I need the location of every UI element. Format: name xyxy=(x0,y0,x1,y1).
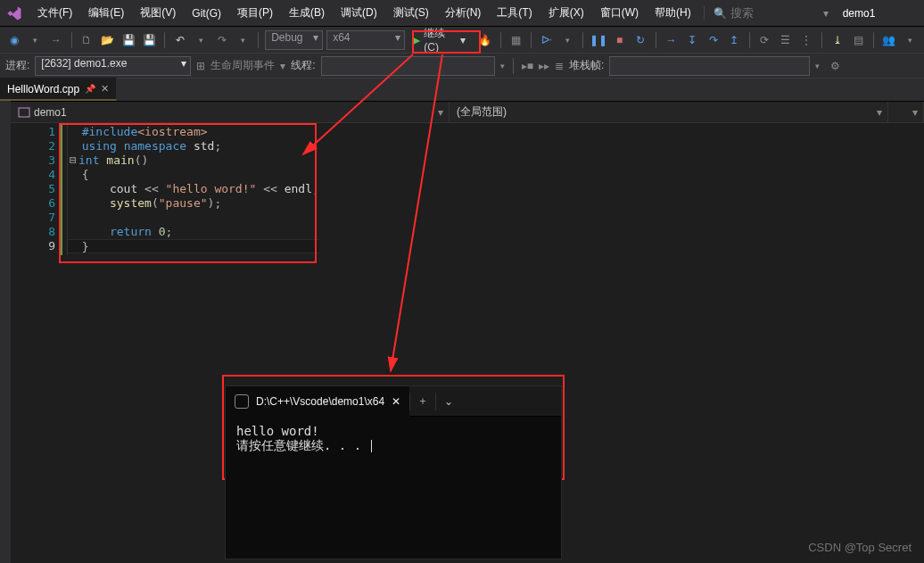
menu-file[interactable]: 文件(F) xyxy=(30,2,79,24)
new-item-button[interactable]: 🗋 xyxy=(78,30,95,50)
search-box[interactable]: 🔍 ▾ xyxy=(704,6,829,20)
fold-icon[interactable]: ⊟ xyxy=(68,153,78,167)
stack-dd[interactable]: ▾ xyxy=(815,62,820,70)
save-all-button[interactable]: 💾 xyxy=(141,30,159,50)
close-icon[interactable]: ✕ xyxy=(392,395,400,408)
stop-button[interactable]: ■ xyxy=(611,30,629,50)
line-number: 8 xyxy=(11,225,55,239)
separator xyxy=(164,32,165,48)
stackframe-select[interactable] xyxy=(609,56,810,76)
nav-back-button[interactable]: ◉ xyxy=(5,30,23,50)
line-number: 5 xyxy=(11,182,55,196)
menu-git[interactable]: Git(G) xyxy=(185,4,228,23)
nav-fwd-button[interactable]: → xyxy=(47,30,65,50)
config-select[interactable]: Debug xyxy=(265,30,323,50)
menu-project[interactable]: 项目(P) xyxy=(230,2,280,24)
attach-button[interactable]: ▦ xyxy=(507,30,525,50)
separator xyxy=(821,32,822,48)
main-toolbar: ◉ ▾ → 🗋 📂 💾 💾 ↶ ▾ ↷ ▾ Debug x64 ▶ 继续(C) … xyxy=(0,27,924,54)
thread-dd[interactable]: ▾ xyxy=(500,62,505,70)
console-title: D:\C++\Vscode\demo1\x64 xyxy=(256,395,384,408)
tools-dd[interactable]: ⚙ xyxy=(830,60,840,72)
hot-reload-button[interactable]: 🔥 xyxy=(476,30,494,50)
stack-icon: ≣ xyxy=(555,60,564,72)
step-in-button[interactable]: ᐓ xyxy=(538,30,556,50)
watermark: CSDN @Top Secret xyxy=(808,541,912,554)
close-icon[interactable]: ✕ xyxy=(101,83,109,95)
process-select[interactable]: [2632] demo1.exe xyxy=(35,56,191,76)
open-button[interactable]: 📂 xyxy=(99,30,117,50)
nav-back-dd[interactable]: ▾ xyxy=(27,30,45,50)
search-input[interactable] xyxy=(730,6,820,20)
menu-analyze[interactable]: 分析(N) xyxy=(438,2,489,24)
code-area[interactable]: #include<iostream> using namespace std; … xyxy=(68,123,319,255)
flags-icon[interactable]: ▸▸ xyxy=(539,60,549,72)
menu-test[interactable]: 测试(S) xyxy=(386,2,436,24)
console-window: D:\C++\Vscode\demo1\x64 ✕ ＋ ⌄ hello word… xyxy=(225,385,562,559)
continue-dropdown[interactable]: ▾ xyxy=(460,34,466,46)
group-dd[interactable]: ▾ xyxy=(901,30,919,50)
project-icon xyxy=(18,106,30,119)
lifecycle-dd[interactable]: ▾ xyxy=(280,60,285,72)
menu-build[interactable]: 生成(B) xyxy=(282,2,332,24)
group-button[interactable]: 👥 xyxy=(880,30,898,50)
scope-global-label: (全局范围) xyxy=(457,104,507,120)
scope-member-select[interactable] xyxy=(888,102,924,122)
terminal-icon xyxy=(235,394,249,409)
menu-help[interactable]: 帮助(H) xyxy=(648,2,698,24)
separator xyxy=(258,32,259,48)
run-to-cursor-button[interactable]: ⤓ xyxy=(829,30,846,50)
process-toolbar: 进程: [2632] demo1.exe ⊞ 生命周期事件 ▾ 线程: ▾ ▸■… xyxy=(0,54,924,79)
redo-dd[interactable]: ▾ xyxy=(235,30,252,50)
menu-edit[interactable]: 编辑(E) xyxy=(81,2,131,24)
menu-tools[interactable]: 工具(T) xyxy=(490,2,539,24)
line-number: 7 xyxy=(11,211,55,225)
console-line: 请按任意键继续. . . xyxy=(236,438,550,454)
file-tab-helloword[interactable]: HellloWord.cpp 📌 ✕ xyxy=(0,78,117,101)
scope-global-select[interactable]: (全局范围) xyxy=(450,102,888,122)
separator xyxy=(873,32,874,48)
menu-view[interactable]: 视图(V) xyxy=(133,2,183,24)
console-tab-bar: D:\C++\Vscode\demo1\x64 ✕ ＋ ⌄ xyxy=(226,386,561,417)
step-out-button[interactable]: ↥ xyxy=(725,30,743,50)
search-icon: 🔍 xyxy=(714,7,727,20)
menu-extensions[interactable]: 扩展(X) xyxy=(541,2,591,24)
line-number-gutter: 1 2 3 4 5 6 7 8 9 xyxy=(11,123,61,255)
line-number: 3 xyxy=(11,153,55,168)
play-icon: ▶ xyxy=(412,34,420,46)
save-button[interactable]: 💾 xyxy=(120,30,137,50)
scope-project-select[interactable]: demo1 xyxy=(11,102,450,122)
apply-changes-button[interactable]: ⟳ xyxy=(756,30,774,50)
menu-window[interactable]: 窗口(W) xyxy=(593,2,646,24)
step-dd[interactable]: ▾ xyxy=(559,30,577,50)
console-output[interactable]: hello word! 请按任意键继续. . . xyxy=(226,417,561,559)
show-next-button[interactable]: → xyxy=(663,30,681,50)
misc-button[interactable]: ⋮ xyxy=(798,30,816,50)
tab-menu-button[interactable]: ⌄ xyxy=(436,395,461,408)
left-chrome xyxy=(0,77,11,563)
thread-select[interactable] xyxy=(321,56,495,76)
flag-icon[interactable]: ▸■ xyxy=(522,60,533,72)
menu-debug[interactable]: 调试(D) xyxy=(334,2,384,24)
pin-icon[interactable]: 📌 xyxy=(85,84,95,94)
vs-logo-icon xyxy=(5,4,23,22)
pause-button[interactable]: ❚❚ xyxy=(590,30,607,50)
undo-dd[interactable]: ▾ xyxy=(193,30,210,50)
lifecycle-label: 生命周期事件 xyxy=(210,58,275,73)
step-into-button[interactable]: ↧ xyxy=(683,30,701,50)
lifecycle-icon[interactable]: ⊞ xyxy=(196,60,205,72)
step-over-button[interactable]: ↷ xyxy=(705,30,722,50)
separator xyxy=(500,32,501,48)
code-editor[interactable]: 1 2 3 4 5 6 7 8 9 #include<iostream> usi… xyxy=(11,123,924,255)
threads-button[interactable]: ▤ xyxy=(850,30,868,50)
redo-button[interactable]: ↷ xyxy=(213,30,231,50)
restart-button[interactable]: ↻ xyxy=(631,30,649,50)
console-tab[interactable]: D:\C++\Vscode\demo1\x64 ✕ xyxy=(226,386,409,417)
scope-bar: demo1 (全局范围) xyxy=(11,102,924,123)
platform-select[interactable]: x64 xyxy=(326,30,405,50)
lists-button[interactable]: ☰ xyxy=(777,30,795,50)
undo-button[interactable]: ↶ xyxy=(171,30,189,50)
menu-bar: 文件(F) 编辑(E) 视图(V) Git(G) 项目(P) 生成(B) 调试(… xyxy=(0,0,924,27)
new-tab-button[interactable]: ＋ xyxy=(410,393,435,409)
continue-button[interactable]: ▶ 继续(C) ▾ xyxy=(408,30,473,50)
